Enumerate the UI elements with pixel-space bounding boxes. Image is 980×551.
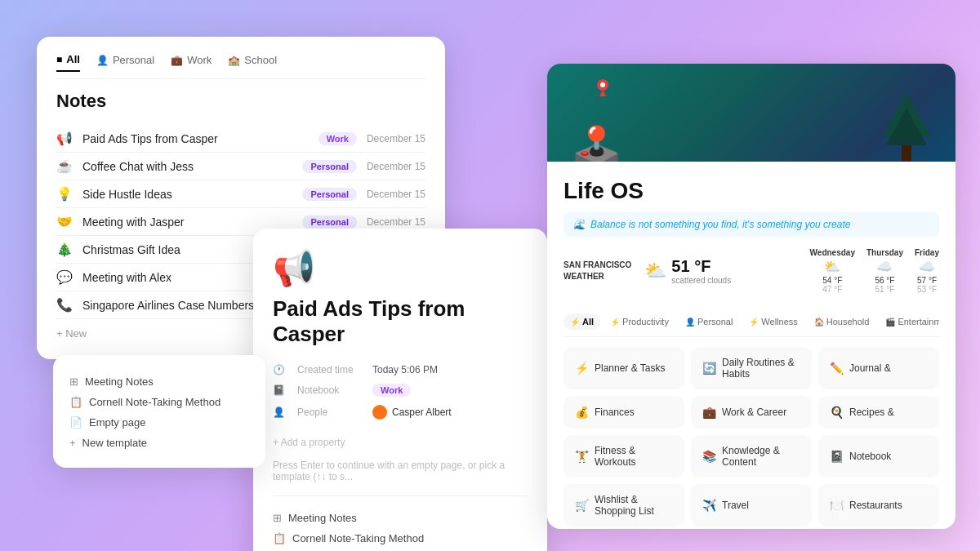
svg-point-4 bbox=[600, 82, 605, 87]
grid-notebook[interactable]: 📓 Notebook bbox=[818, 435, 939, 478]
empty-page-item[interactable]: 📄 Empty page bbox=[69, 412, 249, 433]
person-icon: 👤 bbox=[273, 407, 287, 418]
note-emoji-1: 📢 bbox=[56, 131, 74, 146]
work-icon: 💼 bbox=[171, 55, 183, 66]
lifeos-tab-wellness[interactable]: ⚡ Wellness bbox=[742, 313, 804, 330]
tab-all[interactable]: ■ All bbox=[56, 53, 80, 72]
meeting-notes-item[interactable]: ⊞ Meeting Notes bbox=[69, 371, 249, 392]
tab-school[interactable]: 🏫 School bbox=[228, 53, 277, 72]
note-name-1: Paid Ads Tips from Casper bbox=[82, 132, 318, 145]
lifeos-panel: 🕹️ Life OS 🌊 Balance is not something yo… bbox=[547, 64, 956, 529]
meeting-notes-panel: ⊞ Meeting Notes 📋 Cornell Note-Taking Me… bbox=[53, 355, 265, 468]
map-pin bbox=[596, 78, 609, 95]
meta-created: 🕐 Created time Today 5:06 PM bbox=[273, 360, 528, 380]
add-property-button[interactable]: + Add a property bbox=[273, 437, 528, 448]
weather-current: ⛅ 51 °F scattered clouds bbox=[644, 257, 731, 285]
finances-icon: 💰 bbox=[575, 406, 589, 419]
svg-marker-5 bbox=[599, 90, 606, 96]
cornell-icon: 📋 bbox=[273, 532, 286, 544]
grid-fitness[interactable]: 🏋️ Fitness & Workouts bbox=[564, 435, 684, 478]
travel-icon: ✈️ bbox=[702, 499, 716, 512]
meeting-notes-icon: ⊞ bbox=[273, 512, 282, 524]
lifeos-tab-all[interactable]: ⚡ All bbox=[564, 313, 600, 330]
grid-restaurants[interactable]: 🍽️ Restaurants bbox=[818, 484, 939, 527]
weather-days: Wednesday ⛅ 54 °F 47 °F Thursday ☁️ 56 °… bbox=[810, 248, 939, 294]
weather-icon: ⛅ bbox=[644, 260, 666, 282]
grid-journal[interactable]: ✏️ Journal & bbox=[818, 347, 939, 389]
grid-recipes[interactable]: 🍳 Recipes & bbox=[818, 396, 939, 429]
detail-title: Paid Ads Tips from Casper bbox=[273, 296, 528, 347]
school-icon: 🏫 bbox=[228, 55, 240, 66]
template-meeting-notes[interactable]: ⊞ Meeting Notes bbox=[273, 508, 528, 528]
grid-knowledge[interactable]: 📚 Knowledge & Content bbox=[691, 435, 812, 478]
lifeos-tabs: ⚡ All ⚡ Productivity 👤 Personal ⚡ Wellne… bbox=[564, 313, 939, 337]
fitness-icon: 🏋️ bbox=[575, 450, 589, 463]
note-name-3: Side Hustle Ideas bbox=[82, 188, 302, 201]
lifeos-tab-entertainment[interactable]: 🎬 Entertainment bbox=[879, 313, 939, 330]
clock-icon: 🕐 bbox=[273, 364, 287, 375]
weather-widget: SAN FRANCISCO WEATHER ⛅ 51 °F scattered … bbox=[564, 248, 939, 302]
tab-work[interactable]: 💼 Work bbox=[171, 53, 212, 72]
note-row-2[interactable]: ☕ Coffee Chat with Jess Personal Decembe… bbox=[56, 153, 425, 180]
meta-person-value: Casper Albert bbox=[372, 405, 452, 420]
note-detail-panel: 📢 Paid Ads Tips from Casper 🕐 Created ti… bbox=[253, 229, 547, 551]
weather-day-2: Thursday ☁️ 56 °F 51 °F bbox=[866, 248, 903, 294]
tab-personal[interactable]: 👤 Personal bbox=[96, 53, 154, 72]
cornell-item[interactable]: 📋 Cornell Note-Taking Method bbox=[69, 392, 249, 412]
meeting-icon: ⊞ bbox=[69, 375, 78, 388]
meta-created-value: Today 5:06 PM bbox=[372, 364, 438, 375]
template-cornell[interactable]: 📋 Cornell Note-Taking Method bbox=[273, 528, 528, 549]
tree-silhouette bbox=[874, 88, 939, 162]
note-tag-2: Personal bbox=[302, 160, 356, 173]
note-emoji-2: ☕ bbox=[56, 158, 74, 174]
routines-icon: 🔄 bbox=[702, 362, 716, 375]
cornell-icon: 📋 bbox=[69, 396, 82, 408]
note-emoji-5: 🎄 bbox=[56, 242, 74, 257]
lifeos-grid: ⚡ Planner & Tasks 🔄 Daily Routines & Hab… bbox=[564, 347, 939, 527]
weather-day-1: Wednesday ⛅ 54 °F 47 °F bbox=[810, 248, 855, 294]
personal-icon: 👤 bbox=[96, 55, 109, 66]
grid-wishlist[interactable]: 🛒 Wishlist & Shopping List bbox=[564, 484, 684, 527]
grid-finances[interactable]: 💰 Finances bbox=[564, 396, 684, 429]
new-template-item[interactable]: + New template bbox=[69, 433, 249, 453]
wave-icon: 🌊 bbox=[573, 219, 586, 230]
note-date-2: December 15 bbox=[367, 161, 425, 172]
detail-hint: Press Enter to continue with an empty pa… bbox=[273, 460, 528, 482]
meta-notebook-tag: Work bbox=[372, 384, 411, 397]
note-row-3[interactable]: 💡 Side Hustle Ideas Personal December 15 bbox=[56, 180, 425, 208]
planner-icon: ⚡ bbox=[575, 362, 589, 375]
grid-planner[interactable]: ⚡ Planner & Tasks bbox=[564, 347, 684, 389]
svg-rect-2 bbox=[902, 145, 911, 162]
grid-work-career[interactable]: 💼 Work & Career bbox=[691, 396, 812, 429]
meta-people: 👤 People Casper Albert bbox=[273, 401, 528, 424]
knowledge-icon: 📚 bbox=[702, 450, 716, 463]
note-name-4: Meeting with Jasper bbox=[82, 216, 302, 229]
note-tag-3: Personal bbox=[302, 188, 356, 201]
note-tag-4: Personal bbox=[302, 216, 356, 229]
detail-meta: 🕐 Created time Today 5:06 PM 📓 Notebook … bbox=[273, 360, 528, 424]
notes-title: Notes bbox=[56, 91, 425, 112]
wishlist-icon: 🛒 bbox=[575, 499, 589, 512]
note-emoji-7: 📞 bbox=[56, 297, 74, 313]
grid-travel[interactable]: ✈️ Travel bbox=[691, 484, 812, 527]
notes-tabs: ■ All 👤 Personal 💼 Work 🏫 School bbox=[56, 53, 425, 79]
note-date-4: December 15 bbox=[367, 216, 425, 228]
lifeos-tab-productivity[interactable]: ⚡ Productivity bbox=[604, 313, 675, 330]
lifeos-tab-personal[interactable]: 👤 Personal bbox=[679, 313, 739, 330]
notebook-grid-icon: 📓 bbox=[830, 450, 844, 463]
note-date-1: December 15 bbox=[367, 133, 425, 144]
note-date-3: December 15 bbox=[367, 189, 425, 200]
recipes-icon: 🍳 bbox=[830, 406, 844, 419]
weather-day-3: Friday ☁️ 57 °F 53 °F bbox=[915, 248, 939, 294]
notebook-icon: 📓 bbox=[273, 384, 287, 396]
note-row-1[interactable]: 📢 Paid Ads Tips from Casper Work Decembe… bbox=[56, 125, 425, 153]
note-emoji-4: 🤝 bbox=[56, 214, 74, 229]
note-tag-1: Work bbox=[318, 132, 357, 145]
grid-daily-routines[interactable]: 🔄 Daily Routines & Habits bbox=[691, 347, 812, 389]
journal-icon: ✏️ bbox=[830, 362, 844, 375]
lifeos-quote: 🌊 Balance is not something you find, it'… bbox=[564, 212, 939, 237]
note-emoji-3: 💡 bbox=[56, 186, 74, 202]
lifeos-body: Life OS 🌊 Balance is not something you f… bbox=[547, 162, 956, 527]
lifeos-tab-household[interactable]: 🏠 Household bbox=[808, 313, 876, 330]
detail-emoji: 📢 bbox=[273, 248, 528, 288]
